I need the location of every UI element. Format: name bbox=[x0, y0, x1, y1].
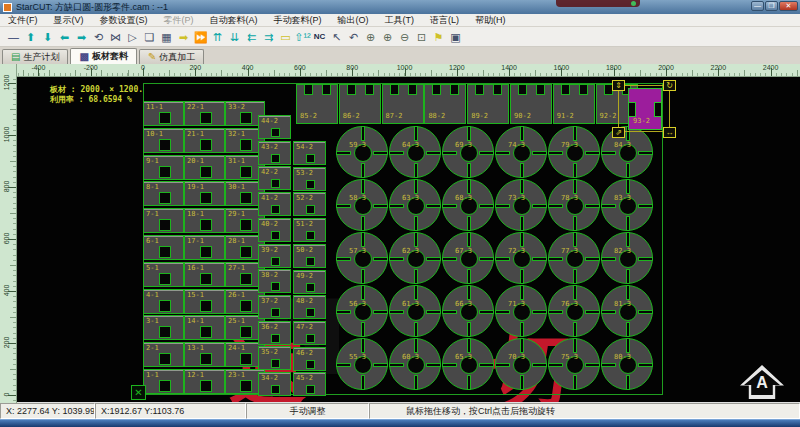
compact-left-icon[interactable]: ⇇ bbox=[243, 28, 260, 46]
nest-part[interactable]: 88-2 bbox=[424, 84, 466, 124]
nest-ring[interactable]: 58-3 bbox=[336, 179, 388, 231]
nest-ring[interactable]: 65-3 bbox=[442, 338, 494, 390]
nest-ring[interactable]: 78-3 bbox=[548, 179, 600, 231]
nest-ring[interactable]: 80-3 bbox=[601, 338, 653, 390]
nest-part[interactable]: 43-2 bbox=[258, 141, 291, 165]
compact-right-icon[interactable]: ⇉ bbox=[260, 28, 277, 46]
nest-ring[interactable]: 77-3 bbox=[548, 232, 600, 284]
nest-part[interactable]: 49-2 bbox=[293, 270, 326, 294]
select-cursor-icon[interactable]: ↖ bbox=[328, 28, 345, 46]
move-up-icon[interactable]: ⬆ bbox=[22, 28, 39, 46]
nest-ring[interactable]: 66-3 bbox=[442, 285, 494, 337]
nest-part[interactable]: 22-1 bbox=[184, 101, 225, 126]
nc-code-icon[interactable]: NC bbox=[311, 28, 328, 46]
nest-part[interactable]: 1-1 bbox=[143, 369, 184, 394]
menu-item-手动套料(P)[interactable]: 手动套料(P) bbox=[266, 14, 330, 27]
sequence-12-icon[interactable]: ⇧¹² bbox=[294, 28, 311, 46]
minimize-button[interactable]: — bbox=[751, 1, 764, 11]
nest-part[interactable]: 35-2 bbox=[258, 346, 291, 370]
nest-part[interactable]: 91-2 bbox=[553, 84, 595, 124]
nest-part[interactable]: 8-1 bbox=[143, 181, 184, 206]
undo-icon[interactable]: ↶ bbox=[345, 28, 362, 46]
step-right-icon[interactable]: ➡ bbox=[175, 28, 192, 46]
nest-part[interactable]: 87-2 bbox=[382, 84, 424, 124]
nest-ring[interactable]: 72-3 bbox=[495, 232, 547, 284]
nest-part[interactable]: 47-2 bbox=[293, 321, 326, 345]
nest-part[interactable]: 14-1 bbox=[184, 315, 225, 340]
menu-item-参数设置(S)[interactable]: 参数设置(S) bbox=[92, 14, 156, 27]
nest-part[interactable]: 11-1 bbox=[143, 101, 184, 126]
menu-item-工具(T)[interactable]: 工具(T) bbox=[377, 14, 423, 27]
nest-part[interactable]: 37-2 bbox=[258, 295, 291, 319]
nest-part[interactable]: 53-2 bbox=[293, 167, 326, 191]
nest-ring[interactable]: 79-3 bbox=[548, 126, 600, 178]
nest-ring[interactable]: 64-3 bbox=[389, 126, 441, 178]
nest-ring[interactable]: 81-3 bbox=[601, 285, 653, 337]
nest-ring[interactable]: 68-3 bbox=[442, 179, 494, 231]
nest-part[interactable]: 17-1 bbox=[184, 235, 225, 260]
zoom-window-icon[interactable]: ⊡ bbox=[413, 28, 430, 46]
nest-ring[interactable]: 61-3 bbox=[389, 285, 441, 337]
nest-ring[interactable]: 56-3 bbox=[336, 285, 388, 337]
tab-production-plan[interactable]: ▤生产计划 bbox=[2, 49, 68, 64]
nest-part[interactable]: 20-1 bbox=[184, 155, 225, 180]
nest-ring[interactable]: 83-3 bbox=[601, 179, 653, 231]
rotate-icon[interactable]: ⟲ bbox=[90, 28, 107, 46]
nest-part[interactable]: 52-2 bbox=[293, 192, 326, 216]
align-icon[interactable]: ▷ bbox=[124, 28, 141, 46]
menu-item-零件(P)[interactable]: 零件(P) bbox=[156, 14, 202, 27]
close-button[interactable]: ✕ bbox=[779, 1, 798, 11]
maximize-button[interactable]: ❐ bbox=[765, 1, 778, 11]
tab-simulation[interactable]: ✎仿真加工 bbox=[139, 49, 204, 64]
nest-ring[interactable]: 71-3 bbox=[495, 285, 547, 337]
selection-handle-move-diag[interactable]: ⇗ bbox=[612, 127, 625, 138]
menu-item-帮助(H)[interactable]: 帮助(H) bbox=[467, 14, 514, 27]
move-down-icon[interactable]: ⬇ bbox=[39, 28, 56, 46]
nest-part[interactable]: 48-2 bbox=[293, 295, 326, 319]
nest-part[interactable]: 90-2 bbox=[510, 84, 552, 124]
title-bar[interactable]: StarCUT: 方缺口圆-圆形零件.cam : --1 — ❐ ✕ bbox=[0, 0, 800, 14]
nest-ring[interactable]: 55-3 bbox=[336, 338, 388, 390]
selection-handle-move-v[interactable]: ⇕ bbox=[612, 80, 625, 91]
nest-part[interactable]: 45-2 bbox=[293, 372, 326, 396]
array-icon[interactable]: ▦ bbox=[158, 28, 175, 46]
nest-part[interactable]: 50-2 bbox=[293, 244, 326, 268]
zoom-in-icon[interactable]: ⊕ bbox=[379, 28, 396, 46]
line-icon[interactable]: — bbox=[5, 28, 22, 46]
tab-sheet-nesting[interactable]: ▩板材套料 bbox=[70, 48, 136, 64]
nest-part[interactable]: 4-1 bbox=[143, 289, 184, 314]
nest-ring[interactable]: 67-3 bbox=[442, 232, 494, 284]
nest-ring[interactable]: 70-3 bbox=[495, 338, 547, 390]
menu-item-语言(L)[interactable]: 语言(L) bbox=[422, 14, 467, 27]
nest-ring[interactable]: 69-3 bbox=[442, 126, 494, 178]
nest-ring[interactable]: 82-3 bbox=[601, 232, 653, 284]
nest-ring[interactable]: 84-3 bbox=[601, 126, 653, 178]
zoom-extents-icon[interactable]: ⊕ bbox=[362, 28, 379, 46]
nest-part[interactable]: 85-2 bbox=[296, 84, 338, 124]
nest-part[interactable]: 46-2 bbox=[293, 347, 326, 371]
nest-part[interactable]: 36-2 bbox=[258, 321, 291, 345]
nest-part[interactable]: 89-2 bbox=[467, 84, 509, 124]
move-left-icon[interactable]: ⬅ bbox=[56, 28, 73, 46]
fast-forward-icon[interactable]: ⏩ bbox=[192, 28, 209, 46]
nest-ring[interactable]: 73-3 bbox=[495, 179, 547, 231]
zoom-out-icon[interactable]: ⊖ bbox=[396, 28, 413, 46]
move-right-icon[interactable]: ➡ bbox=[73, 28, 90, 46]
nest-part[interactable]: 21-1 bbox=[184, 128, 225, 153]
nest-ring[interactable]: 74-3 bbox=[495, 126, 547, 178]
nest-part[interactable]: 10-1 bbox=[143, 128, 184, 153]
measure-icon[interactable]: ▭ bbox=[277, 28, 294, 46]
nest-part[interactable]: 51-2 bbox=[293, 218, 326, 242]
nest-part[interactable]: 12-1 bbox=[184, 369, 225, 394]
compact-down-icon[interactable]: ⇊ bbox=[226, 28, 243, 46]
nest-ring[interactable]: 60-3 bbox=[389, 338, 441, 390]
nest-part[interactable]: 86-2 bbox=[339, 84, 381, 124]
copy-part-icon[interactable]: ❏ bbox=[141, 28, 158, 46]
menu-item-自动套料(A)[interactable]: 自动套料(A) bbox=[202, 14, 266, 27]
nest-part[interactable]: 19-1 bbox=[184, 181, 225, 206]
selection-handle-rotate[interactable]: ↻ bbox=[663, 80, 676, 91]
menu-item-文件(F)[interactable]: 文件(F) bbox=[0, 14, 46, 27]
nest-ring[interactable]: 76-3 bbox=[548, 285, 600, 337]
nest-part[interactable]: 15-1 bbox=[184, 289, 225, 314]
selection-handle-move-h[interactable]: ↔ bbox=[663, 127, 676, 138]
